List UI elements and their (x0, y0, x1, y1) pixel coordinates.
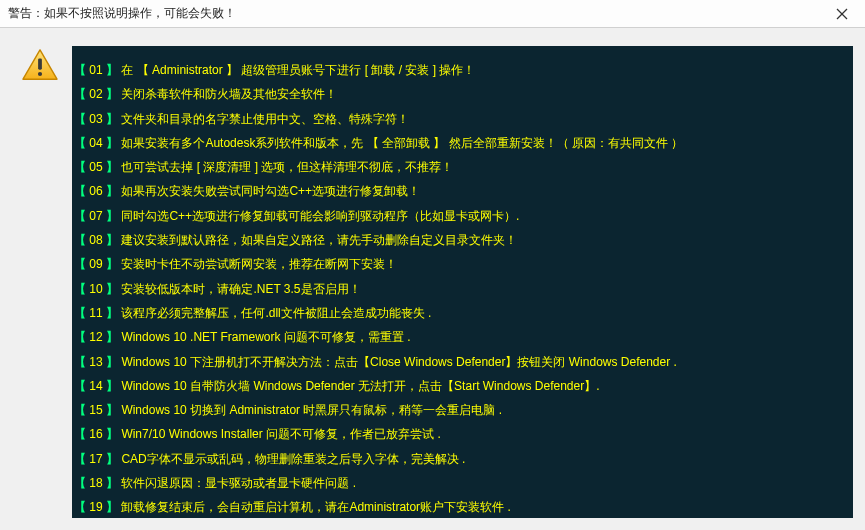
message-line: 【 13 】 Windows 10 下注册机打不开解决方法：点击【Close W… (74, 350, 847, 374)
message-line: 【 16 】 Win7/10 Windows Installer 问题不可修复，… (74, 422, 847, 446)
message-number: 16 (89, 427, 102, 441)
message-line: 【 05 】 也可尝试去掉 [ 深度清理 ] 选项，但这样清理不彻底，不推荐！ (74, 155, 847, 179)
bracket-close: 】 (103, 160, 122, 174)
bracket-open: 【 (74, 306, 89, 320)
content-area: 【 01 】 在 【 Administrator 】 超级管理员账号下进行 [ … (0, 28, 865, 530)
message-number: 19 (89, 500, 102, 514)
message-line: 【 15 】 Windows 10 切换到 Administrator 时黑屏只… (74, 398, 847, 422)
message-number: 01 (89, 63, 102, 77)
message-number: 11 (89, 306, 102, 320)
bracket-close: 】 (103, 427, 122, 441)
message-line: 【 07 】 同时勾选C++选项进行修复卸载可能会影响到驱动程序（比如显卡或网卡… (74, 204, 847, 228)
bracket-open: 【 (74, 476, 89, 490)
titlebar: 警告：如果不按照说明操作，可能会失败！ (0, 0, 865, 28)
bracket-close: 】 (103, 257, 122, 271)
bracket-open: 【 (74, 184, 89, 198)
message-line: 【 17 】 CAD字体不显示或乱码，物理删除重装之后导入字体，完美解决 . (74, 447, 847, 471)
message-text: 该程序必须完整解压，任何.dll文件被阻止会造成功能丧失 . (121, 306, 431, 320)
bracket-open: 【 (74, 403, 89, 417)
message-number: 14 (89, 379, 102, 393)
message-text: CAD字体不显示或乱码，物理删除重装之后导入字体，完美解决 . (121, 452, 465, 466)
bracket-open: 【 (74, 233, 89, 247)
message-number: 08 (89, 233, 102, 247)
message-text: 安装时卡住不动尝试断网安装，推荐在断网下安装！ (121, 257, 397, 271)
bracket-close: 】 (103, 282, 122, 296)
bracket-close: 】 (103, 209, 122, 223)
message-text: 文件夹和目录的名字禁止使用中文、空格、特殊字符！ (121, 112, 409, 126)
message-text: 安装较低版本时，请确定.NET 3.5是否启用！ (121, 282, 360, 296)
message-number: 09 (89, 257, 102, 271)
bracket-open: 【 (74, 257, 89, 271)
message-number: 17 (89, 452, 102, 466)
warning-icon (21, 48, 59, 82)
message-line: 【 11 】 该程序必须完整解压，任何.dll文件被阻止会造成功能丧失 . (74, 301, 847, 325)
bracket-open: 【 (74, 209, 89, 223)
message-line: 【 03 】 文件夹和目录的名字禁止使用中文、空格、特殊字符！ (74, 107, 847, 131)
message-panel: 【 01 】 在 【 Administrator 】 超级管理员账号下进行 [ … (72, 46, 853, 518)
message-line: 【 19 】 卸载修复结束后，会自动重启计算机，请在Administrator账… (74, 495, 847, 518)
bracket-close: 】 (103, 136, 122, 150)
bracket-close: 】 (103, 87, 122, 101)
bracket-open: 【 (74, 63, 89, 77)
message-number: 04 (89, 136, 102, 150)
message-text: Windows 10 切换到 Administrator 时黑屏只有鼠标，稍等一… (121, 403, 502, 417)
message-text: 关闭杀毒软件和防火墙及其他安全软件！ (121, 87, 337, 101)
message-text: 同时勾选C++选项进行修复卸载可能会影响到驱动程序（比如显卡或网卡）. (121, 209, 519, 223)
bracket-close: 】 (103, 476, 122, 490)
bracket-open: 【 (74, 330, 89, 344)
bracket-open: 【 (74, 87, 89, 101)
close-icon (836, 8, 848, 20)
bracket-open: 【 (74, 500, 89, 514)
message-line: 【 04 】 如果安装有多个Autodesk系列软件和版本，先 【 全部卸载 】… (74, 131, 847, 155)
message-number: 07 (89, 209, 102, 223)
message-line: 【 14 】 Windows 10 自带防火墙 Windows Defender… (74, 374, 847, 398)
svg-rect-2 (38, 58, 42, 69)
bracket-open: 【 (74, 452, 89, 466)
bracket-open: 【 (74, 427, 89, 441)
message-number: 06 (89, 184, 102, 198)
message-text: Windows 10 .NET Framework 问题不可修复，需重置 . (121, 330, 410, 344)
message-text: 卸载修复结束后，会自动重启计算机，请在Administrator账户下安装软件 … (121, 500, 510, 514)
svg-point-3 (38, 72, 42, 76)
message-number: 10 (89, 282, 102, 296)
bracket-close: 】 (103, 355, 122, 369)
bracket-close: 】 (103, 306, 122, 320)
message-text: Windows 10 下注册机打不开解决方法：点击【Close Windows … (121, 355, 676, 369)
titlebar-text: 警告：如果不按照说明操作，可能会失败！ (8, 5, 236, 22)
message-text: Win7/10 Windows Installer 问题不可修复，作者已放弃尝试… (121, 427, 440, 441)
message-line: 【 09 】 安装时卡住不动尝试断网安装，推荐在断网下安装！ (74, 252, 847, 276)
message-text: 如果安装有多个Autodesk系列软件和版本，先 【 全部卸载 】 然后全部重新… (121, 136, 683, 150)
message-line: 【 08 】 建议安装到默认路径，如果自定义路径，请先手动删除自定义目录文件夹！ (74, 228, 847, 252)
bracket-open: 【 (74, 282, 89, 296)
message-line: 【 12 】 Windows 10 .NET Framework 问题不可修复，… (74, 325, 847, 349)
message-text: Windows 10 自带防火墙 Windows Defender 无法打开，点… (121, 379, 599, 393)
message-text: 在 【 Administrator 】 超级管理员账号下进行 [ 卸载 / 安装… (121, 63, 475, 77)
bracket-close: 】 (103, 330, 122, 344)
bracket-close: 】 (103, 184, 122, 198)
message-line: 【 10 】 安装较低版本时，请确定.NET 3.5是否启用！ (74, 277, 847, 301)
message-text: 如果再次安装失败尝试同时勾选C++选项进行修复卸载！ (121, 184, 420, 198)
bracket-close: 】 (103, 233, 122, 247)
message-number: 05 (89, 160, 102, 174)
bracket-close: 】 (103, 63, 122, 77)
message-line: 【 02 】 关闭杀毒软件和防火墙及其他安全软件！ (74, 82, 847, 106)
bracket-close: 】 (103, 452, 122, 466)
message-text: 建议安装到默认路径，如果自定义路径，请先手动删除自定义目录文件夹！ (121, 233, 517, 247)
message-line: 【 18 】 软件闪退原因：显卡驱动或者显卡硬件问题 . (74, 471, 847, 495)
message-line: 【 06 】 如果再次安装失败尝试同时勾选C++选项进行修复卸载！ (74, 179, 847, 203)
bracket-open: 【 (74, 112, 89, 126)
bracket-open: 【 (74, 355, 89, 369)
bracket-close: 】 (103, 403, 122, 417)
message-line: 【 01 】 在 【 Administrator 】 超级管理员账号下进行 [ … (74, 58, 847, 82)
message-number: 13 (89, 355, 102, 369)
bracket-open: 【 (74, 160, 89, 174)
bracket-close: 】 (103, 500, 122, 514)
message-text: 也可尝试去掉 [ 深度清理 ] 选项，但这样清理不彻底，不推荐！ (121, 160, 453, 174)
message-number: 18 (89, 476, 102, 490)
message-number: 02 (89, 87, 102, 101)
close-button[interactable] (819, 0, 865, 28)
bracket-open: 【 (74, 379, 89, 393)
message-text: 软件闪退原因：显卡驱动或者显卡硬件问题 . (121, 476, 356, 490)
message-number: 03 (89, 112, 102, 126)
icon-column (10, 46, 70, 518)
